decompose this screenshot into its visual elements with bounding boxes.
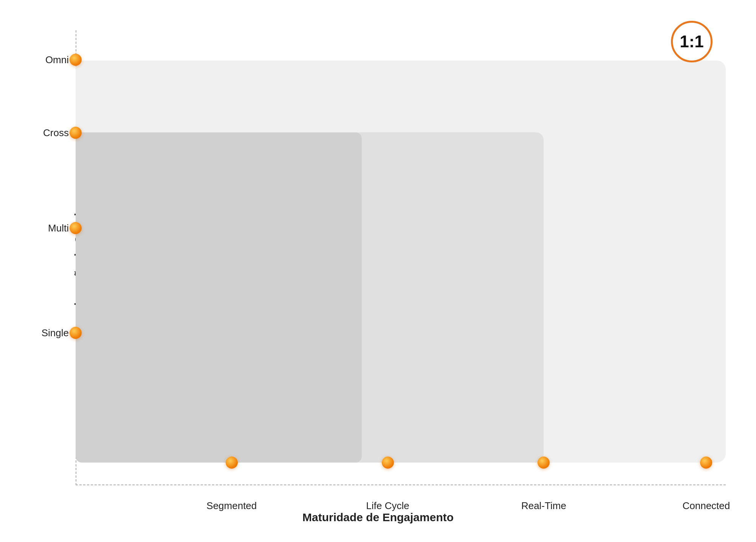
- chart-container: Coordenação de Canais Maturidade de Enga…: [0, 0, 756, 542]
- plot-area: Omni Cross Multi Single Segmented Life C…: [76, 30, 726, 485]
- x-tick-segmented: Segmented: [206, 500, 257, 512]
- realtime-dot: [538, 457, 550, 469]
- y-tick-multi: Multi: [48, 222, 69, 234]
- y-tick-single: Single: [42, 327, 69, 339]
- multi-dot: [70, 222, 82, 234]
- segmented-dot: [226, 457, 238, 469]
- x-tick-lifecycle: Life Cycle: [366, 500, 409, 512]
- y-tick-omni: Omni: [45, 54, 69, 66]
- single-dot: [70, 327, 82, 339]
- y-tick-cross: Cross: [43, 127, 69, 138]
- rect-inner: [76, 132, 362, 463]
- x-tick-realtime: Real-Time: [521, 500, 566, 512]
- x-axis-label: Maturidade de Engajamento: [302, 511, 454, 524]
- badge-11: 1:1: [671, 21, 713, 62]
- lifecycle-dot: [382, 457, 394, 469]
- omni-dot: [70, 54, 82, 66]
- x-tick-connected: Connected: [683, 500, 730, 512]
- cross-dot: [70, 127, 82, 139]
- x-axis-line: [76, 485, 726, 485]
- connected-dot: [700, 457, 712, 469]
